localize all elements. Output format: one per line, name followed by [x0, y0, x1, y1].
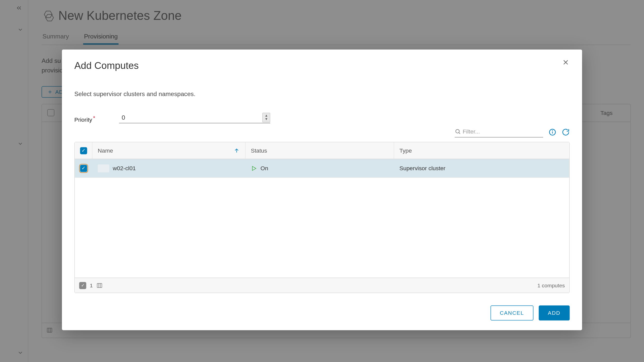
svg-marker-15	[252, 166, 256, 170]
col-type-label: Type	[399, 147, 412, 154]
priority-input[interactable]	[119, 112, 270, 123]
sort-asc-icon	[233, 147, 240, 154]
add-button[interactable]: ADD	[539, 305, 570, 321]
select-all-checkbox[interactable]: ✓	[80, 147, 87, 154]
svg-rect-16	[97, 283, 102, 287]
info-icon[interactable]	[548, 128, 556, 136]
filter-input[interactable]	[461, 127, 543, 136]
col-name-label: Name	[98, 147, 113, 154]
footer-total: 1 computes	[537, 282, 565, 289]
search-icon	[455, 128, 461, 135]
row-name: w02-cl01	[113, 165, 136, 171]
compute-icon	[98, 164, 109, 172]
selected-count: 1	[90, 282, 93, 289]
modal-overlay: Add Computes Select supervisor clusters …	[0, 0, 644, 362]
row-checkbox[interactable]: ✓	[80, 165, 87, 172]
svg-line-10	[459, 133, 460, 134]
row-type: Supervisor cluster	[399, 165, 446, 171]
modal-description: Select supervisor clusters and namespace…	[74, 90, 570, 97]
cancel-button[interactable]: CANCEL	[491, 305, 533, 321]
close-icon[interactable]	[562, 58, 572, 69]
svg-point-9	[456, 129, 459, 133]
col-name[interactable]: Name	[92, 142, 245, 159]
selected-badge-icon: ✓	[79, 282, 86, 289]
status-on-icon	[251, 165, 257, 171]
add-computes-modal: Add Computes Select supervisor clusters …	[62, 50, 582, 330]
computes-grid: ✓ Name Status Type	[74, 142, 570, 293]
number-spinner[interactable]: ▲▼	[262, 113, 270, 122]
columns-icon[interactable]	[96, 282, 103, 289]
modal-title: Add Computes	[74, 60, 570, 72]
priority-label: Priority	[74, 116, 92, 123]
row-status: On	[261, 165, 268, 171]
grid-header: ✓ Name Status Type	[75, 142, 569, 159]
refresh-icon[interactable]	[562, 128, 570, 136]
required-asterisk: *	[93, 115, 95, 121]
table-row[interactable]: ✓ w02-cl01	[75, 159, 569, 178]
col-status-label: Status	[251, 147, 267, 154]
svg-point-13	[552, 131, 552, 131]
col-type[interactable]: Type	[394, 142, 569, 159]
col-status[interactable]: Status	[246, 142, 394, 159]
grid-footer: ✓ 1 1 computes	[75, 278, 569, 293]
